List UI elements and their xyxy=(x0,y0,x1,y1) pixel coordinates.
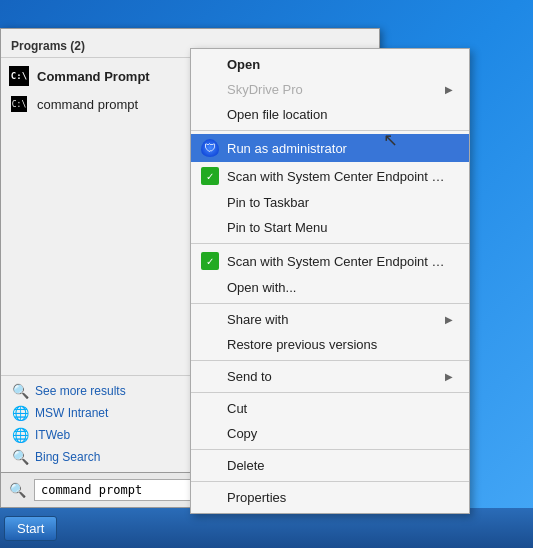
ctx-item-share-with[interactable]: Share with▶ xyxy=(191,307,469,332)
start-label: Start xyxy=(17,521,44,536)
shield-icon: 🛡 xyxy=(201,139,219,157)
ctx-item-copy[interactable]: Copy xyxy=(191,421,469,446)
ctx-item-properties[interactable]: Properties xyxy=(191,485,469,510)
ctx-item-restore-versions[interactable]: Restore previous versions xyxy=(191,332,469,357)
ctx-item-label-scan2: Scan with System Center Endpoint Protect… xyxy=(227,254,453,269)
msw-icon: 🌐 xyxy=(11,404,29,422)
ctx-item-cut[interactable]: Cut xyxy=(191,396,469,421)
ctx-item-label-scan: Scan with System Center Endpoint Protect… xyxy=(227,169,453,184)
see-more-results-label: See more results xyxy=(35,384,126,398)
ctx-separator xyxy=(191,303,469,304)
program-label-cmd-normal: command prompt xyxy=(37,97,138,112)
cmd-icon-large: C:\ xyxy=(9,66,29,86)
ctx-separator xyxy=(191,481,469,482)
msw-intranet-label: MSW Intranet xyxy=(35,406,108,420)
search-bar-icon: 🔍 xyxy=(9,482,26,498)
cmd-icon-small-wrap: C:\ xyxy=(9,94,29,114)
ctx-separator xyxy=(191,243,469,244)
ctx-item-pin-taskbar[interactable]: Pin to Taskbar xyxy=(191,190,469,215)
submenu-arrow-send-to: ▶ xyxy=(445,371,453,382)
ctx-item-label-skydrive: SkyDrive Pro xyxy=(227,82,437,97)
program-label-cmd-bold: Command Prompt xyxy=(37,69,150,84)
ctx-item-run-admin[interactable]: 🛡Run as administrator xyxy=(191,134,469,162)
ctx-item-label-copy: Copy xyxy=(227,426,453,441)
ctx-item-label-delete: Delete xyxy=(227,458,453,473)
ctx-item-label-open-file-location: Open file location xyxy=(227,107,453,122)
ctx-item-label-open: Open xyxy=(227,57,453,72)
ctx-item-label-pin-taskbar: Pin to Taskbar xyxy=(227,195,453,210)
taskbar: Start xyxy=(0,508,533,548)
context-menu: OpenSkyDrive Pro▶Open file location🛡Run … xyxy=(190,48,470,514)
ctx-item-open-with[interactable]: Open with... xyxy=(191,275,469,300)
ctx-item-scan2[interactable]: ✓Scan with System Center Endpoint Protec… xyxy=(191,247,469,275)
ctx-item-label-send-to: Send to xyxy=(227,369,437,384)
ctx-item-label-open-with: Open with... xyxy=(227,280,453,295)
ctx-item-pin-start[interactable]: Pin to Start Menu xyxy=(191,215,469,240)
start-button[interactable]: Start xyxy=(4,516,57,541)
ctx-item-label-cut: Cut xyxy=(227,401,453,416)
ctx-separator xyxy=(191,449,469,450)
itweb-label: ITWeb xyxy=(35,428,70,442)
ctx-separator xyxy=(191,360,469,361)
submenu-arrow-share-with: ▶ xyxy=(445,314,453,325)
ctx-separator xyxy=(191,392,469,393)
ctx-item-label-share-with: Share with xyxy=(227,312,437,327)
ctx-item-label-restore-versions: Restore previous versions xyxy=(227,337,453,352)
ctx-item-skydrive: SkyDrive Pro▶ xyxy=(191,77,469,102)
ctx-item-delete[interactable]: Delete xyxy=(191,453,469,478)
ctx-item-send-to[interactable]: Send to▶ xyxy=(191,364,469,389)
bing-icon: 🔍 xyxy=(11,448,29,466)
ctx-item-scan[interactable]: ✓Scan with System Center Endpoint Protec… xyxy=(191,162,469,190)
scan-icon: ✓ xyxy=(201,252,219,270)
submenu-arrow-skydrive: ▶ xyxy=(445,84,453,95)
ctx-item-label-run-admin: Run as administrator xyxy=(227,141,453,156)
ctx-item-open-file-location[interactable]: Open file location xyxy=(191,102,469,127)
itweb-icon: 🌐 xyxy=(11,426,29,444)
ctx-item-open[interactable]: Open xyxy=(191,52,469,77)
scan-icon: ✓ xyxy=(201,167,219,185)
bing-search-label: Bing Search xyxy=(35,450,100,464)
search-icon: 🔍 xyxy=(11,382,29,400)
ctx-item-label-properties: Properties xyxy=(227,490,453,505)
ctx-separator xyxy=(191,130,469,131)
ctx-item-label-pin-start: Pin to Start Menu xyxy=(227,220,453,235)
